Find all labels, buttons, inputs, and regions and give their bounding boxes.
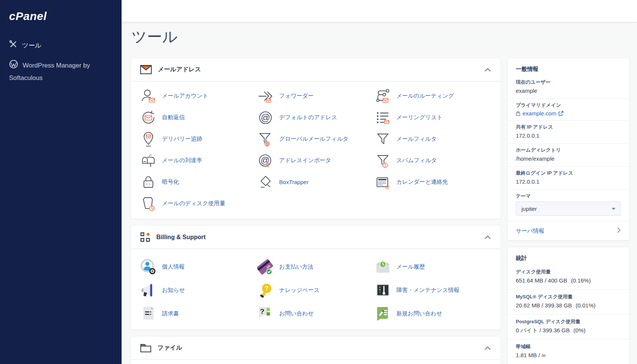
collapse-card-button[interactable] [484,234,492,241]
item-link[interactable]: BoxTrapper [279,179,308,185]
item-support-inquiry[interactable]: ?お問い合わせ [257,302,374,325]
item-spam-filters[interactable]: スパムフィルタ [375,150,492,171]
item-invoices[interactable]: 請求書 [140,302,257,325]
item-link[interactable]: スパムフィルタ [396,157,437,164]
item-link[interactable]: 障害・メンテナンス情報 [396,287,460,294]
item-knowledge-base[interactable]: ?ナレッジベース [257,278,374,302]
sidebar-item-wordpress-manager[interactable]: WordPress Manager by Softaculous [0,56,122,88]
server-info-link[interactable]: サーバ情報 [516,227,544,235]
general-info-rows: 現在のユーザーexampleプライマリドメインexample.com共有 IP … [507,76,629,190]
item-track-delivery[interactable]: デリバリー追跡 [140,128,257,150]
address-importer-icon: @ [257,152,274,169]
stat-row: 帯域幅1.81 MB / ∞ [507,339,629,364]
wordpress-icon [9,60,18,72]
forwarders-icon [257,88,274,104]
item-email-disk-usage[interactable]: メールのディスク使用量 [140,193,257,214]
sidebar: cPanel ツール WordPress Manager by Softacul… [0,0,122,364]
stat-value-line: 1.81 MB / ∞ [516,352,621,359]
item-link[interactable]: メールフィルタ [396,135,437,143]
primary-domain-link[interactable]: example.com [523,110,556,117]
stat-label: MySQL® ディスク使用量 [516,293,621,300]
theme-select[interactable]: jupiter [516,201,621,216]
item-email-history[interactable]: メール履歴 [375,255,492,278]
card-body-billing: 個人情報お支払い方法メール履歴お知らせ?ナレッジベース障害・メンテナンス情報請求… [131,249,501,330]
item-boxtrapper[interactable]: BoxTrapper [257,171,374,193]
item-link[interactable]: メールのディスク使用量 [162,200,225,207]
caret-down-icon [612,208,615,210]
item-link[interactable]: 個人情報 [162,263,185,270]
lock-icon [516,111,520,116]
card-body-files [131,360,501,364]
email-deliverability-icon [140,152,157,169]
card-billing: Billing & Support個人情報お支払い方法メール履歴お知らせ?ナレッ… [131,225,501,330]
item-link[interactable]: アドレスインポータ [279,157,331,164]
info-row: 現在のユーザーexample [507,76,629,99]
item-link[interactable]: 自動返信 [162,114,185,121]
server-info-row[interactable]: サーバ情報 [507,221,629,240]
item-calendars-contacts[interactable]: @カレンダーと連絡先 [375,171,492,193]
item-personal-info[interactable]: 個人情報 [140,255,257,278]
item-link[interactable]: メールアカウント [162,92,208,100]
card-title: Billing & Support [156,234,206,241]
item-link[interactable]: メール履歴 [396,263,425,270]
item-link[interactable]: ナレッジベース [279,287,319,294]
item-announcements[interactable]: お知らせ [140,278,257,302]
info-row-label: 共有 IP アドレス [516,124,621,130]
item-link[interactable]: メールのルーティング [396,92,454,100]
item-global-email-filters[interactable]: グローバルメールフィルタ [257,128,374,150]
sidebar-item-tools[interactable]: ツール [0,36,122,56]
info-row-label: プライマリドメイン [516,102,621,108]
folder-header-icon [140,343,151,353]
stat-value: 651.64 MB / 400 GB [516,277,567,284]
item-address-importer[interactable]: @アドレスインポータ [257,150,374,171]
primary-domain-line: example.com [516,110,621,117]
knowledge-base-icon: ? [257,282,274,298]
stat-label: ディスク使用量 [516,269,621,275]
stat-label: 帯域幅 [516,343,621,350]
item-payment-methods[interactable]: お支払い方法 [257,255,374,278]
info-row: 共有 IP アドレス172.0.0.1 [507,121,629,144]
item-link[interactable]: デリバリー追跡 [162,135,202,143]
main-content: ツール メールアドレスメールアカウントフォワーダーメールのルーティング自動返信@… [122,22,637,364]
general-info-title: 一般情報 [507,58,629,76]
sidebar-nav: ツール WordPress Manager by Softaculous [0,36,122,88]
item-new-inquiry[interactable]: 新規お問い合わせ [375,302,492,325]
theme-label: テーマ [516,193,621,199]
item-link[interactable]: お支払い方法 [279,263,313,270]
item-link[interactable]: 請求書 [162,310,179,317]
item-outage-maintenance[interactable]: 障害・メンテナンス情報 [375,278,492,302]
collapse-card-button[interactable] [484,66,492,73]
item-link[interactable]: メールの到達率 [162,157,202,164]
info-row: プライマリドメインexample.com [507,99,629,121]
stat-value: 20.62 MB / 399.38 GB [516,302,572,309]
item-link[interactable]: お問い合わせ [279,310,313,317]
item-link[interactable]: カレンダーと連絡先 [396,178,448,186]
item-email-filters[interactable]: メールフィルタ [375,128,492,150]
item-autoresponders[interactable]: 自動返信 [140,107,257,128]
stat-value-line: 651.64 MB / 400 GB(0.16%) [516,277,621,284]
info-row: ホームディレクトリ/home/example [507,144,629,167]
info-row-value: 172.0.0.1 [516,178,621,186]
item-mailing-lists[interactable]: メーリングリスト [375,107,492,128]
item-link[interactable]: デフォルトのアドレス [279,114,337,121]
item-email-routing[interactable]: メールのルーティング [375,85,492,107]
item-email-deliverability[interactable]: メールの到達率 [140,150,257,171]
item-email-accounts[interactable]: メールアカウント [140,85,257,107]
info-row-value: 172.0.0.1 [516,132,621,140]
svg-text:?: ? [260,307,265,315]
item-link[interactable]: 新規お問い合わせ [396,310,442,317]
item-link[interactable]: 暗号化 [162,178,179,186]
item-default-address[interactable]: @デフォルトのアドレス [257,107,374,128]
item-link[interactable]: フォワーダー [279,92,313,100]
stat-percent: (0.16%) [571,277,591,284]
collapse-card-button[interactable] [484,345,492,352]
item-encryption[interactable]: 暗号化 [140,171,257,193]
item-link[interactable]: お知らせ [162,287,185,294]
item-forwarders[interactable]: フォワーダー [257,85,374,107]
general-info-panel: 一般情報 現在のユーザーexampleプライマリドメインexample.com共… [507,58,629,241]
info-row-value: /home/example [516,155,621,163]
theme-row: テーマ jupiter [507,190,629,221]
chevron-right-icon [617,227,621,235]
item-link[interactable]: メーリングリスト [396,114,443,121]
item-link[interactable]: グローバルメールフィルタ [279,135,349,143]
